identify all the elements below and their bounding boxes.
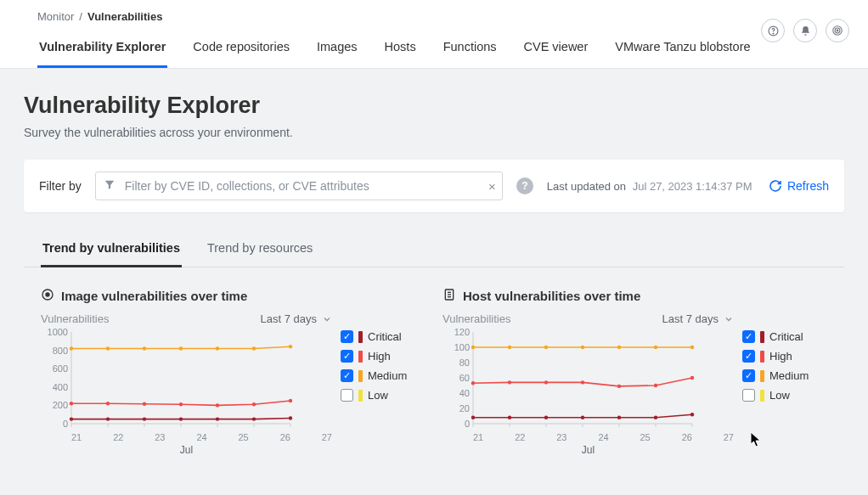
legend-swatch [760,351,764,363]
svg-point-66 [544,346,548,349]
subtab-trend-by-vulnerabilities[interactable]: Trend by vulnerabilities [41,233,182,267]
x-month-label: Jul [582,444,595,456]
main-tab-code-repositories[interactable]: Code repositories [191,31,291,68]
y-tick: 100 [454,342,470,352]
legend-item-critical[interactable]: ✓Critical [341,330,426,343]
svg-point-18 [143,417,146,420]
legend-item-high[interactable]: ✓High [742,350,827,363]
legend-checkbox[interactable] [341,389,353,402]
main-tab-functions[interactable]: Functions [442,31,499,68]
legend-swatch [760,390,764,402]
legend-checkbox[interactable]: ✓ [341,330,353,343]
target-icon[interactable] [826,19,849,42]
legend-label: Low [368,389,388,402]
legend-checkbox[interactable]: ✓ [742,350,755,363]
x-tick: 21 [473,432,483,442]
last-updated-label: Last updated on Jul 27, 2023 1:14:37 PM [547,180,752,193]
svg-point-53 [581,416,584,419]
x-tick: 26 [682,432,692,442]
x-tick: 23 [556,432,566,442]
main-tab-hosts[interactable]: Hosts [383,31,418,68]
main-tab-vmware-tanzu-blobstore[interactable]: VMware Tanzu blobstore [613,31,752,68]
main-tab-vulnerability-explorer[interactable]: Vulnerability Explorer [37,31,167,68]
svg-point-61 [617,385,621,388]
svg-point-69 [654,346,657,349]
legend-swatch [358,331,363,343]
time-range-dropdown[interactable]: Last 7 days [662,312,735,325]
y-tick: 1000 [48,327,68,337]
x-tick: 25 [640,432,651,442]
chart-ylabel: Vulnerabilities [41,312,109,325]
breadcrumb: Monitor / Vulnerabilities [20,0,848,26]
svg-point-19 [179,417,183,420]
legend-checkbox[interactable]: ✓ [742,330,755,343]
legend-item-critical[interactable]: ✓Critical [742,330,827,343]
legend-item-medium[interactable]: ✓Medium [742,369,827,382]
svg-point-56 [690,413,694,416]
chart-legend: ✓Critical✓High✓MediumLow [341,327,426,429]
x-tick: 21 [71,432,82,442]
help-icon[interactable] [761,19,785,42]
x-tick: 23 [155,432,165,442]
svg-point-63 [690,376,694,380]
svg-point-55 [654,416,657,419]
legend-item-medium[interactable]: ✓Medium [341,369,426,382]
y-tick: 600 [53,363,68,374]
legend-item-low[interactable]: Low [742,389,827,402]
mouse-cursor [750,431,764,448]
legend-label: Medium [368,369,407,382]
filter-label: Filter by [39,179,82,193]
last-updated-time: Jul 27, 2023 1:14:37 PM [633,180,752,193]
y-tick: 0 [63,419,68,429]
chevron-down-icon [322,314,332,324]
svg-point-65 [508,346,511,349]
x-tick: 27 [322,432,332,442]
svg-point-54 [617,416,621,419]
chart-plot [442,327,697,429]
breadcrumb-current: Vulnerabilities [87,10,162,23]
main-tab-images[interactable]: Images [315,31,359,68]
filter-input[interactable] [95,172,503,200]
clear-filter-icon[interactable]: × [488,179,496,194]
legend-checkbox[interactable] [742,389,755,402]
server-icon [442,288,456,304]
svg-point-21 [252,417,256,420]
chart-ylabel: Vulnerabilities [442,312,510,325]
legend-checkbox[interactable]: ✓ [341,369,353,382]
svg-point-27 [216,403,219,407]
svg-point-36 [289,345,292,348]
chart-card-image: Image vulnerabilities over timeVulnerabi… [41,283,426,429]
x-tick: 25 [239,432,249,442]
svg-point-33 [179,346,183,350]
breadcrumb-parent[interactable]: Monitor [37,10,74,23]
legend-swatch [358,390,363,402]
svg-point-20 [216,417,219,420]
subtab-trend-by-resources[interactable]: Trend by resources [206,233,314,267]
y-tick: 20 [459,403,470,413]
svg-point-25 [143,402,146,406]
legend-label: High [368,350,391,363]
y-tick: 0 [465,419,470,429]
time-range-dropdown[interactable]: Last 7 days [261,312,333,325]
svg-point-67 [581,346,584,349]
legend-checkbox[interactable]: ✓ [341,350,353,363]
main-tab-cve-viewer[interactable]: CVE viewer [522,31,590,68]
svg-point-26 [179,402,183,406]
legend-item-low[interactable]: Low [341,389,426,402]
subtabs: Trend by vulnerabilitiesTrend by resourc… [24,233,844,267]
svg-point-1 [773,33,774,34]
legend-label: Critical [368,330,402,343]
chart-plot [41,327,296,429]
svg-point-22 [289,416,292,419]
svg-point-34 [216,346,219,350]
legend-checkbox[interactable]: ✓ [742,369,755,382]
x-tick: 24 [598,432,608,442]
y-tick: 40 [459,388,470,398]
filter-help-icon[interactable]: ? [516,177,533,194]
bell-icon[interactable] [793,19,817,42]
svg-point-62 [654,384,657,387]
svg-point-68 [617,346,621,349]
legend-item-high[interactable]: ✓High [341,350,426,363]
refresh-button[interactable]: Refresh [769,179,829,193]
svg-point-4 [837,30,838,31]
